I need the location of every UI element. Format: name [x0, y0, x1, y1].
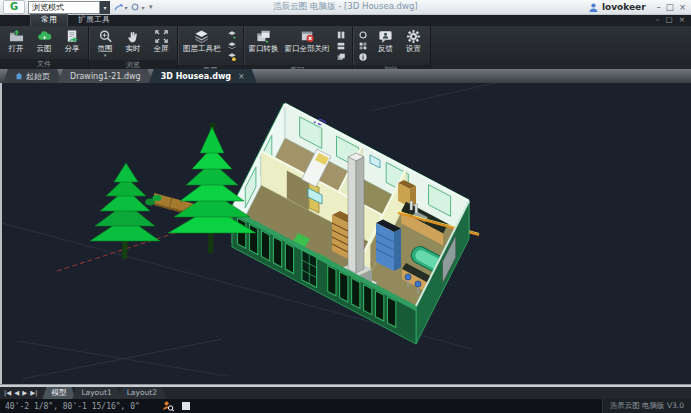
realtime-pan-button[interactable]: 实时 — [120, 27, 146, 59]
close-all-windows-button[interactable]: 窗口全部关闭 — [283, 27, 332, 64]
close-tab-icon[interactable]: × — [238, 72, 245, 81]
tab-extended-tools[interactable]: 扩展工具 — [68, 15, 120, 26]
zoom-extents-button[interactable]: 范围 ▾ — [92, 27, 118, 59]
hand-pan-icon — [126, 28, 141, 44]
feedback-icon — [378, 28, 393, 44]
mdi-restore-button[interactable]: □ — [666, 16, 673, 24]
user-account-button[interactable]: lovokeer — [588, 2, 646, 13]
layer-color-icon[interactable] — [226, 51, 239, 62]
cloud-icon — [37, 28, 52, 44]
pan-tool-icon — [113, 2, 123, 12]
zoom-extents-icon — [98, 28, 113, 44]
drawing-canvas[interactable] — [0, 83, 691, 384]
cloud-button[interactable]: 云图 — [31, 27, 57, 58]
ribbon-group-browse: 范围 ▾ 实时 全屏 浏览 — [89, 26, 178, 69]
tile-vertical-icon[interactable] — [335, 29, 348, 40]
quick-orbit-tool-button[interactable]: ▾ — [130, 2, 144, 12]
share-icon — [65, 28, 80, 44]
share-button[interactable]: 分享 — [59, 27, 85, 58]
ribbon-group-file: 打开 云图 分享 文件 — [0, 26, 89, 69]
group-label-file: 文件 — [0, 59, 88, 69]
document-tab-bar: 起始页 Drawing1-21.dwg 3D Housea.dwg × — [0, 69, 691, 83]
layers-icon — [194, 28, 209, 44]
home-icon — [15, 72, 23, 80]
close-button[interactable]: × — [679, 3, 686, 12]
chevron-down-icon: ▾ — [141, 4, 144, 11]
ribbon-group-layer: 图层工具栏 图层 — [178, 26, 244, 69]
minimize-button[interactable]: – — [657, 3, 661, 12]
window-small-buttons — [334, 27, 349, 64]
layout-tab-bar: |◀ ◀ ▶ ▶| 模型 Layout1 Layout2 — [0, 387, 691, 399]
app-window: G 浏览模式 ▾ ▾ ▾ ▾ 浩辰云图 电脑版 - [3D Housea.dwg… — [0, 0, 691, 413]
ribbon-tab-bar: 常用 扩展工具 – □ × — [0, 15, 691, 26]
app-logo[interactable]: G — [3, 0, 25, 14]
first-layout-icon[interactable]: |◀ — [4, 390, 11, 397]
window-title: 浩辰云图 电脑版 - [3D Housea.dwg] — [150, 1, 541, 13]
cascade-windows-icon[interactable] — [335, 51, 348, 62]
selection-box-icon[interactable] — [181, 401, 191, 411]
mdi-close-button[interactable]: × — [679, 16, 685, 24]
ribbon-group-window: 窗口转换 窗口全部关闭 — [244, 26, 353, 69]
status-bar: 40'-2 1/8", 80'-1 15/16", 0" 浩辰云图 电脑版 V3… — [0, 399, 691, 413]
layer-small-buttons — [225, 27, 240, 64]
last-layout-icon[interactable]: ▶| — [30, 390, 37, 397]
avatar-icon — [588, 2, 599, 13]
quick-pan-tool-button[interactable]: ▾ — [113, 2, 127, 12]
mode-select-value: 浏览模式 — [28, 1, 100, 14]
pine-tree-small — [90, 163, 160, 259]
mdi-minimize-button[interactable]: – — [656, 16, 660, 24]
tab-layout1[interactable]: Layout1 — [72, 387, 120, 399]
chevron-down-icon[interactable]: ▾ — [100, 1, 110, 14]
orbit-tool-icon — [130, 2, 140, 12]
about-icon[interactable] — [357, 29, 370, 40]
app-version-label: 浩辰云图 电脑版 V3.0 — [602, 399, 691, 413]
tab-model[interactable]: 模型 — [42, 387, 75, 399]
window-controls: – □ × — [657, 3, 686, 12]
chevron-down-icon: ▾ — [124, 4, 127, 11]
info-icon[interactable] — [357, 51, 370, 62]
ribbon-group-help: 反馈 设置 帮助 — [353, 26, 431, 69]
open-button[interactable]: 打开 — [3, 27, 29, 58]
help-small-buttons — [356, 27, 371, 64]
tile-horizontal-icon[interactable] — [335, 40, 348, 51]
tab-3d-housea[interactable]: 3D Housea.dwg × — [149, 69, 257, 83]
next-layout-icon[interactable]: ▶ — [22, 390, 27, 397]
mdi-window-controls: – □ × — [656, 16, 685, 24]
tab-drawing1[interactable]: Drawing1-21.dwg — [58, 69, 153, 83]
layer-isolate-icon[interactable] — [226, 29, 239, 40]
gear-icon — [406, 28, 421, 44]
window-switch-button[interactable]: 窗口转换 — [247, 27, 281, 64]
feedback-button[interactable]: 反馈 — [373, 27, 399, 64]
ribbon: 打开 云图 分享 文件 — [0, 26, 691, 69]
app-logo-letter: G — [10, 2, 18, 12]
mode-select[interactable]: 浏览模式 ▾ — [28, 2, 110, 13]
titlebar: G 浏览模式 ▾ ▾ ▾ ▾ 浩辰云图 电脑版 - [3D Housea.dwg… — [0, 0, 691, 15]
window-switch-icon — [256, 28, 271, 44]
fullscreen-icon — [154, 28, 169, 44]
shortcuts-icon[interactable] — [357, 40, 370, 51]
tab-home[interactable]: 常用 — [30, 14, 68, 26]
settings-button[interactable]: 设置 — [401, 27, 427, 64]
close-all-windows-icon — [300, 28, 315, 44]
layout-nav: |◀ ◀ ▶ ▶| — [4, 390, 37, 397]
fullscreen-button[interactable]: 全屏 — [148, 27, 174, 59]
user-name: lovokeer — [602, 2, 646, 12]
cursor-coordinates: 40'-2 1/8", 80'-1 15/16", 0" — [5, 402, 140, 411]
maximize-button[interactable]: □ — [666, 3, 674, 12]
ribbon-empty-space — [431, 26, 691, 69]
find-user-icon[interactable] — [162, 400, 174, 412]
open-icon — [9, 28, 24, 44]
drawing-3d-house — [2, 83, 691, 384]
layer-off-icon[interactable] — [226, 40, 239, 51]
prev-layout-icon[interactable]: ◀ — [14, 390, 19, 397]
tab-layout2[interactable]: Layout2 — [118, 387, 166, 399]
layer-toolbar-button[interactable]: 图层工具栏 — [181, 27, 223, 64]
chevron-down-icon: ▾ — [104, 53, 107, 58]
tab-start-page[interactable]: 起始页 — [3, 69, 62, 83]
